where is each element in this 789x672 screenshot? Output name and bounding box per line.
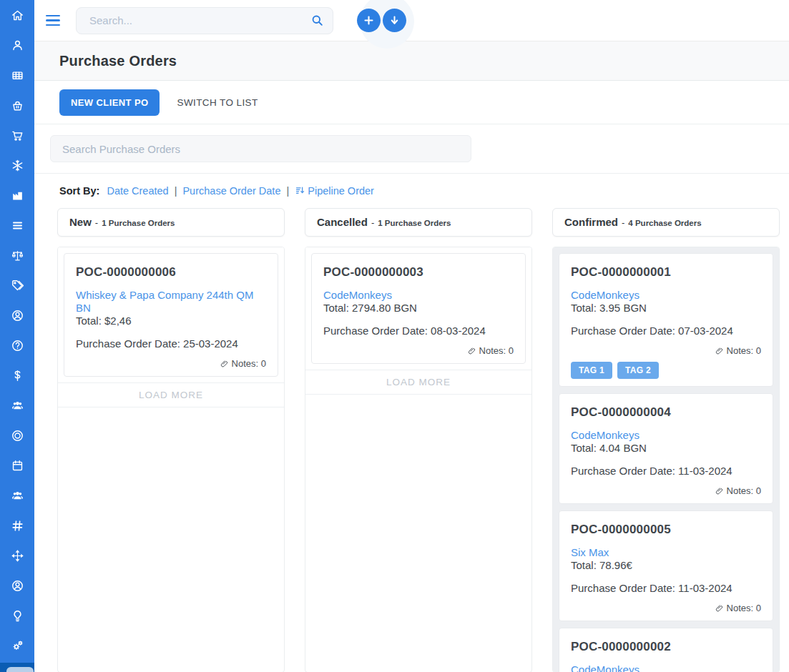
client-link[interactable]: CodeMonkeys xyxy=(571,663,639,672)
user-circle-icon[interactable] xyxy=(0,570,34,601)
po-card[interactable]: POC-0000000003 CodeMonkeys Total: 2794.8… xyxy=(311,253,526,364)
user-circle-icon[interactable] xyxy=(0,300,34,330)
po-number: POC-0000000002 xyxy=(571,640,761,654)
column-new: POC-0000000006 Whiskey & Papa Company 24… xyxy=(57,247,285,672)
add-button[interactable] xyxy=(357,9,381,32)
column-name: New xyxy=(69,209,92,236)
bullseye-icon[interactable] xyxy=(0,420,34,450)
notes-label: Notes: 0 xyxy=(232,358,266,369)
list-icon[interactable] xyxy=(0,210,34,240)
notes-count[interactable]: Notes: 0 xyxy=(571,345,761,356)
calendar-icon[interactable] xyxy=(0,450,34,480)
sort-amount-icon xyxy=(295,185,305,196)
po-card[interactable]: POC-0000000005 Six Max Total: 78.96€ Pur… xyxy=(559,510,773,621)
snowflake-icon[interactable] xyxy=(0,150,34,180)
move-icon[interactable] xyxy=(0,540,34,570)
po-date: Purchase Order Date: 11-03-2024 xyxy=(571,582,761,594)
tag-badge[interactable]: TAG 1 xyxy=(571,362,612,379)
column-count: 1 Purchase Orders xyxy=(102,219,175,227)
client-link[interactable]: Six Max xyxy=(571,546,609,558)
load-more-button[interactable]: LOAD MORE xyxy=(305,370,531,395)
filter-row xyxy=(34,124,789,174)
po-date: Purchase Order Date: 08-03-2024 xyxy=(323,325,514,337)
column-separator: - xyxy=(371,217,374,228)
page-title: Purchase Orders xyxy=(59,53,177,69)
home-icon[interactable] xyxy=(0,0,34,30)
column-count: 1 Purchase Orders xyxy=(378,219,451,227)
search-icon[interactable] xyxy=(310,14,324,27)
notes-label: Notes: 0 xyxy=(727,345,761,356)
purchase-orders-search-input[interactable] xyxy=(50,135,471,162)
po-total: Total: 2794.80 BGN xyxy=(323,302,514,314)
sort-pipeline-order-label: Pipeline Order xyxy=(308,185,374,197)
page-header: Purchase Orders xyxy=(34,41,789,81)
sidebar xyxy=(0,0,34,672)
po-card[interactable]: POC-0000000006 Whiskey & Papa Company 24… xyxy=(64,253,278,377)
notes-count[interactable]: Notes: 0 xyxy=(571,485,761,496)
table-icon[interactable] xyxy=(0,60,34,90)
column-confirmed: POC-0000000001 CodeMonkeys Total: 3.95 B… xyxy=(552,247,780,672)
download-button[interactable] xyxy=(383,9,406,32)
dollar-icon[interactable] xyxy=(0,360,34,390)
column-header-confirmed: Confirmed - 4 Purchase Orders xyxy=(552,208,780,237)
lightbulb-icon[interactable] xyxy=(0,601,34,631)
column-name: Cancelled xyxy=(317,209,368,236)
client-link[interactable]: CodeMonkeys xyxy=(571,289,639,301)
basket-icon[interactable] xyxy=(0,90,34,120)
user-icon[interactable] xyxy=(0,30,34,60)
industry-icon[interactable] xyxy=(0,180,34,210)
topbar xyxy=(34,0,789,41)
help-icon[interactable] xyxy=(0,330,34,360)
notes-label: Notes: 0 xyxy=(727,603,761,613)
sort-divider: | xyxy=(175,185,177,197)
po-date: Purchase Order Date: 25-03-2024 xyxy=(76,337,266,350)
sort-row: Sort By: Date Created | Purchase Order D… xyxy=(34,174,789,208)
sort-pipeline-order-link[interactable]: Pipeline Order xyxy=(295,185,374,197)
new-client-po-button[interactable]: NEW CLIENT PO xyxy=(59,89,160,116)
actions-row: NEW CLIENT PO SWITCH TO LIST xyxy=(34,81,789,124)
po-number: POC-0000000006 xyxy=(76,265,266,280)
menu-toggle-button[interactable] xyxy=(46,11,64,30)
sort-date-created-link[interactable]: Date Created xyxy=(107,185,168,197)
notes-count[interactable]: Notes: 0 xyxy=(571,603,761,613)
scale-icon[interactable] xyxy=(0,240,34,270)
client-link[interactable]: CodeMonkeys xyxy=(571,429,639,441)
users-icon[interactable] xyxy=(0,390,34,420)
paperclip-icon xyxy=(715,604,724,613)
tag-badge[interactable]: TAG 2 xyxy=(617,362,659,379)
global-search-input[interactable] xyxy=(89,14,310,26)
sort-purchase-order-date-link[interactable]: Purchase Order Date xyxy=(182,185,280,197)
notes-count[interactable]: Notes: 0 xyxy=(76,358,266,369)
po-total: Total: 3.95 BGN xyxy=(571,302,761,314)
po-number: POC-0000000004 xyxy=(571,405,761,420)
load-more-button[interactable]: LOAD MORE xyxy=(58,382,284,407)
notes-count[interactable]: Notes: 0 xyxy=(323,345,514,356)
tags-icon[interactable] xyxy=(0,270,34,300)
po-card[interactable]: POC-0000000002 CodeMonkeys Total: 114.96… xyxy=(559,628,773,672)
column-count: 4 Purchase Orders xyxy=(628,219,701,227)
paperclip-icon xyxy=(715,487,724,495)
switch-to-list-button[interactable]: SWITCH TO LIST xyxy=(167,89,268,116)
po-number: POC-0000000003 xyxy=(323,265,514,280)
po-date: Purchase Order Date: 11-03-2024 xyxy=(571,465,761,477)
column-name: Confirmed xyxy=(564,209,618,236)
paperclip-icon xyxy=(468,347,476,355)
po-date: Purchase Order Date: 07-03-2024 xyxy=(571,325,761,337)
po-total: Total: $2,46 xyxy=(76,315,266,327)
global-search xyxy=(76,7,333,34)
sidebar-footer-handle[interactable] xyxy=(6,667,34,672)
column-separator: - xyxy=(95,217,98,228)
settings-icon[interactable] xyxy=(0,631,34,661)
paperclip-icon xyxy=(220,360,229,368)
client-link[interactable]: Whiskey & Papa Company 244th QM BN xyxy=(76,289,253,314)
cart-icon[interactable] xyxy=(0,120,34,150)
notes-label: Notes: 0 xyxy=(727,485,761,496)
po-number: POC-0000000001 xyxy=(571,265,761,280)
po-card[interactable]: POC-0000000004 CodeMonkeys Total: 4.04 B… xyxy=(559,393,773,504)
po-card[interactable]: POC-0000000001 CodeMonkeys Total: 3.95 B… xyxy=(559,253,773,387)
users-icon[interactable] xyxy=(0,480,34,510)
kanban-board: New - 1 Purchase Orders Cancelled - 1 Pu… xyxy=(34,208,789,672)
client-link[interactable]: CodeMonkeys xyxy=(323,289,392,301)
hashtag-icon[interactable] xyxy=(0,510,34,540)
sort-by-label: Sort By: xyxy=(59,185,99,197)
